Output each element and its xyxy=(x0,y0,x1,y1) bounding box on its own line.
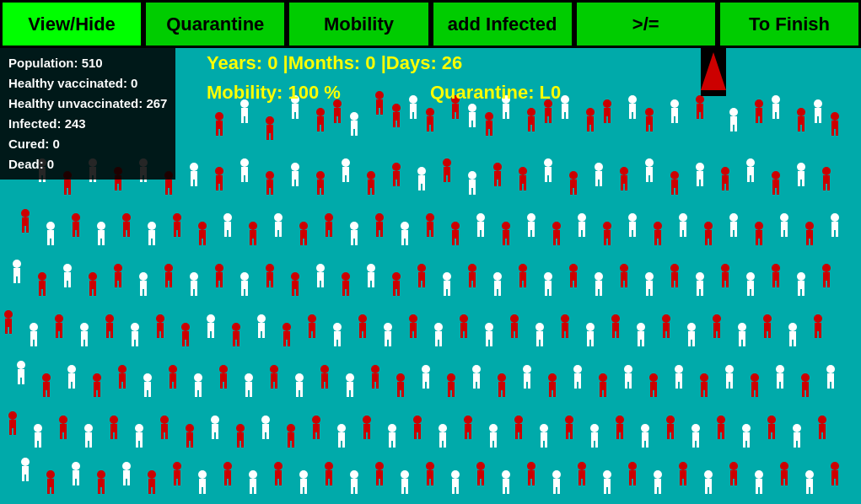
svg-rect-436 xyxy=(347,289,349,296)
svg-point-773 xyxy=(826,365,835,373)
svg-rect-667 xyxy=(144,390,147,397)
svg-rect-344 xyxy=(608,239,611,245)
svg-point-417 xyxy=(240,272,249,281)
svg-rect-227 xyxy=(697,180,699,186)
svg-rect-683 xyxy=(245,390,248,397)
svg-rect-732 xyxy=(553,390,556,397)
svg-rect-924 xyxy=(102,487,105,494)
svg-rect-382 xyxy=(13,268,20,276)
svg-rect-860 xyxy=(519,432,522,439)
svg-rect-842 xyxy=(414,424,421,432)
svg-rect-663 xyxy=(119,382,121,389)
svg-rect-319 xyxy=(452,239,455,245)
svg-point-493 xyxy=(721,264,729,272)
svg-rect-94 xyxy=(697,104,703,112)
svg-rect-508 xyxy=(802,289,804,296)
svg-rect-418 xyxy=(241,281,248,289)
svg-rect-416 xyxy=(220,281,223,287)
svg-rect-392 xyxy=(68,281,71,287)
svg-point-257 xyxy=(72,213,80,222)
mobility-button[interactable]: Mobility xyxy=(287,0,430,48)
svg-rect-3 xyxy=(216,129,218,136)
svg-rect-556 xyxy=(262,331,265,338)
svg-point-705 xyxy=(396,373,405,382)
svg-rect-160 xyxy=(271,188,273,195)
svg-rect-632 xyxy=(743,340,745,346)
svg-rect-578 xyxy=(410,323,417,331)
svg-rect-918 xyxy=(73,470,79,479)
stats-panel: Population: 510 Healthy vaccinated: 0 He… xyxy=(0,48,175,180)
svg-rect-856 xyxy=(494,441,497,448)
svg-rect-499 xyxy=(747,289,750,296)
svg-rect-104 xyxy=(760,116,762,123)
quarantine-button[interactable]: Quarantine xyxy=(143,0,287,48)
svg-rect-915 xyxy=(47,487,50,494)
svg-rect-535 xyxy=(132,340,134,346)
svg-point-233 xyxy=(746,158,755,167)
svg-rect-194 xyxy=(494,171,501,180)
svg-point-77 xyxy=(603,99,611,108)
svg-rect-226 xyxy=(697,171,703,180)
svg-point-801 xyxy=(160,416,169,424)
svg-rect-750 xyxy=(675,373,682,382)
svg-rect-14 xyxy=(292,104,299,112)
svg-point-761 xyxy=(751,373,759,382)
svg-rect-315 xyxy=(427,230,429,237)
svg-rect-808 xyxy=(191,441,193,448)
svg-rect-332 xyxy=(532,230,535,237)
svg-rect-866 xyxy=(566,424,573,432)
svg-rect-466 xyxy=(545,281,552,289)
svg-point-413 xyxy=(215,264,223,272)
svg-rect-739 xyxy=(600,390,602,397)
svg-point-993 xyxy=(552,470,561,479)
svg-point-777 xyxy=(8,411,17,420)
svg-rect-599 xyxy=(536,340,539,346)
svg-point-477 xyxy=(620,264,628,272)
svg-point-313 xyxy=(426,213,434,222)
svg-rect-236 xyxy=(751,175,754,182)
svg-rect-972 xyxy=(406,487,408,494)
compare-button[interactable]: >/= xyxy=(574,0,718,48)
svg-rect-875 xyxy=(616,432,619,439)
svg-rect-735 xyxy=(574,382,577,389)
svg-rect-590 xyxy=(486,331,492,340)
svg-rect-692 xyxy=(300,390,303,397)
svg-rect-403 xyxy=(140,289,143,296)
svg-rect-59 xyxy=(503,112,505,119)
svg-rect-323 xyxy=(477,230,480,237)
svg-rect-823 xyxy=(288,441,290,448)
svg-point-529 xyxy=(105,314,114,323)
svg-rect-363 xyxy=(730,230,733,237)
svg-rect-152 xyxy=(220,184,223,190)
svg-rect-175 xyxy=(368,188,370,195)
svg-rect-995 xyxy=(553,487,556,494)
add-infected-button[interactable]: add Infected xyxy=(431,0,574,48)
svg-rect-496 xyxy=(726,281,729,287)
svg-point-641 xyxy=(814,314,822,323)
svg-point-893 xyxy=(742,424,751,432)
toolbar: View/Hide Quarantine Mobility add Infect… xyxy=(0,0,861,48)
svg-rect-480 xyxy=(625,281,627,287)
svg-rect-476 xyxy=(600,289,602,296)
svg-rect-927 xyxy=(123,479,126,485)
svg-rect-874 xyxy=(616,424,623,432)
svg-point-813 xyxy=(236,424,245,432)
svg-rect-1014 xyxy=(680,470,686,479)
to-finish-button[interactable]: To Finish xyxy=(718,0,861,48)
svg-rect-42 xyxy=(427,116,433,125)
svg-rect-347 xyxy=(629,230,632,237)
svg-rect-626 xyxy=(713,323,720,331)
svg-rect-115 xyxy=(815,116,817,123)
svg-rect-148 xyxy=(195,180,197,186)
svg-rect-186 xyxy=(444,167,450,175)
view-hide-button[interactable]: View/Hide xyxy=(0,0,143,48)
svg-rect-691 xyxy=(296,390,299,397)
svg-rect-747 xyxy=(650,390,653,397)
svg-rect-878 xyxy=(642,432,648,441)
svg-rect-847 xyxy=(439,441,442,448)
svg-rect-786 xyxy=(60,424,67,432)
svg-rect-383 xyxy=(13,276,16,283)
svg-point-461 xyxy=(519,264,527,272)
svg-rect-571 xyxy=(359,331,362,338)
svg-point-349 xyxy=(654,222,662,230)
